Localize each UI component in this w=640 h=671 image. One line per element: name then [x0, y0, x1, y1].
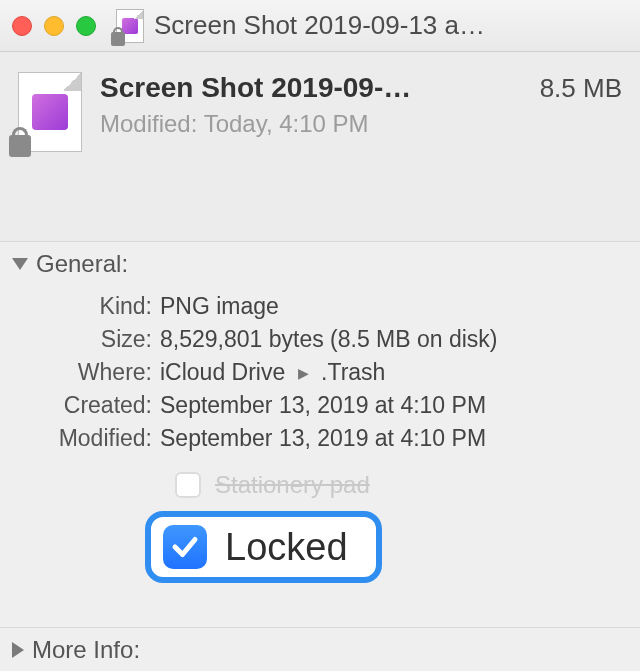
titlebar-file-icon	[116, 9, 144, 43]
path-separator-icon: ▶	[298, 365, 309, 381]
kind-value: PNG image	[160, 293, 620, 320]
window-title: Screen Shot 2019-09-13 a…	[154, 10, 628, 41]
created-label: Created:	[20, 392, 160, 419]
modified-value: Today, 4:10 PM	[204, 110, 369, 137]
modified-value: September 13, 2019 at 4:10 PM	[160, 425, 620, 452]
where-label: Where:	[20, 359, 160, 386]
zoom-window-button[interactable]	[76, 16, 96, 36]
file-header: Screen Shot 2019-09-… 8.5 MB Modified: T…	[0, 52, 640, 242]
section-general: General: Kind: PNG image Size: 8,529,801…	[0, 242, 640, 628]
locked-checkbox-row[interactable]: Locked	[175, 505, 620, 589]
section-general-title: General:	[36, 250, 128, 278]
titlebar[interactable]: Screen Shot 2019-09-13 a…	[0, 0, 640, 52]
minimize-window-button[interactable]	[44, 16, 64, 36]
file-name: Screen Shot 2019-09-…	[100, 72, 411, 104]
where-value: iCloud Drive ▶ .Trash	[160, 359, 620, 386]
close-window-button[interactable]	[12, 16, 32, 36]
where-path-segment: .Trash	[321, 359, 385, 385]
stationery-pad-checkbox	[175, 472, 201, 498]
locked-checkbox[interactable]	[163, 525, 207, 569]
general-details: Kind: PNG image Size: 8,529,801 bytes (8…	[0, 286, 640, 627]
file-icon	[18, 72, 82, 152]
created-value: September 13, 2019 at 4:10 PM	[160, 392, 620, 419]
file-size: 8.5 MB	[540, 73, 622, 104]
checkmark-icon	[170, 532, 200, 562]
section-general-header[interactable]: General:	[0, 242, 640, 286]
section-more-info: More Info:	[0, 628, 640, 671]
where-path-segment: iCloud Drive	[160, 359, 285, 385]
section-more-info-header[interactable]: More Info:	[0, 628, 640, 671]
stationery-pad-checkbox-row: Stationery pad	[175, 465, 620, 505]
get-info-window: Screen Shot 2019-09-13 a… Screen Shot 20…	[0, 0, 640, 671]
lock-badge-icon	[111, 32, 125, 46]
locked-label: Locked	[225, 526, 348, 569]
size-label: Size:	[20, 326, 160, 353]
disclosure-triangle-closed-icon	[12, 642, 24, 658]
stationery-pad-label: Stationery pad	[215, 471, 370, 499]
size-value: 8,529,801 bytes (8.5 MB on disk)	[160, 326, 620, 353]
disclosure-triangle-open-icon	[12, 258, 28, 270]
modified-label: Modified:	[20, 425, 160, 452]
window-controls	[12, 16, 96, 36]
section-more-info-title: More Info:	[32, 636, 140, 664]
modified-label: Modified:	[100, 110, 197, 137]
kind-label: Kind:	[20, 293, 160, 320]
locked-highlight: Locked	[145, 511, 382, 583]
lock-badge-icon	[9, 135, 31, 157]
